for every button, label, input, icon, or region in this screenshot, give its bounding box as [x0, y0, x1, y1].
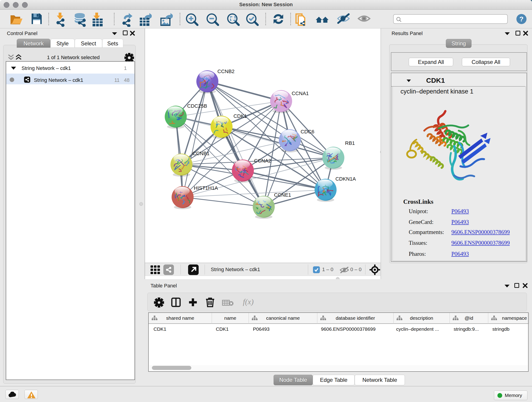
svg-text:HIST1H1A: HIST1H1A [194, 185, 218, 191]
svg-text:RB1: RB1 [345, 140, 355, 146]
svg-text:?: ? [519, 15, 524, 23]
svg-text:CDC6: CDC6 [301, 129, 314, 134]
svg-text:CDC25B: CDC25B [187, 103, 207, 109]
svg-text:CCNB1: CCNB1 [192, 151, 210, 156]
svg-text:CCNA2: CCNA2 [254, 158, 271, 164]
svg-text:CCNA1: CCNA1 [292, 90, 309, 96]
svg-text:CDKN1A: CDKN1A [336, 176, 356, 182]
svg-text:CDK1: CDK1 [234, 113, 247, 119]
svg-text:CCNB2: CCNB2 [217, 69, 234, 74]
svg-text:CCNE1: CCNE1 [274, 192, 291, 198]
